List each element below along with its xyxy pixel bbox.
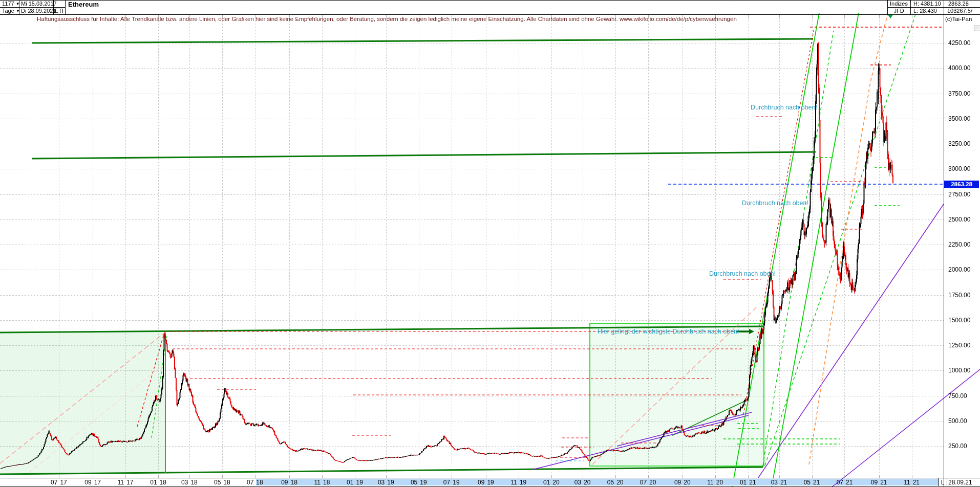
time-axis-label: 1118 bbox=[314, 479, 330, 486]
time-axis-label: 0917 bbox=[84, 479, 101, 486]
chart-annotation: Durchbruch nach oben! bbox=[751, 104, 817, 111]
time-axis-label: 0720 bbox=[640, 479, 656, 486]
low-value: L: 28.430 bbox=[913, 8, 937, 14]
time-axis-label: 0921 bbox=[871, 479, 887, 486]
time-axis-label: 0919 bbox=[478, 479, 494, 486]
provider-label: JFD bbox=[887, 8, 910, 14]
current-price-badge: 2863.28 bbox=[944, 181, 979, 188]
time-axis-label: 0119 bbox=[347, 479, 363, 486]
bars-count-dropdown[interactable]: 1177 ▼ bbox=[2, 1, 18, 7]
time-axis-label: 1121 bbox=[904, 479, 920, 486]
copyright-label: (c)Tai-Pan bbox=[945, 16, 972, 22]
chevron-down-icon: ▼ bbox=[16, 9, 20, 13]
time-axis-label: 0519 bbox=[411, 479, 427, 486]
collapse-icon[interactable]: − bbox=[974, 26, 980, 31]
time-axis-label: 1120 bbox=[707, 479, 723, 486]
chart-title: Ethereum bbox=[68, 1, 99, 8]
price-axis-label: 2250.00 bbox=[948, 241, 970, 248]
last-date-value: 28.09.21 bbox=[948, 479, 972, 486]
chevron-down-icon: ▼ bbox=[16, 2, 20, 6]
time-axis-label: 0321 bbox=[771, 479, 787, 486]
price-axis-label: 3250.00 bbox=[948, 140, 970, 147]
time-axis-label: 0717 bbox=[51, 479, 67, 486]
taipan-chart-window: { "header": { "bars_value": "1177", "tim… bbox=[0, 0, 980, 487]
chart-annotation: Durchbruch nach oben! bbox=[709, 270, 776, 277]
price-axis-label: 500.00 bbox=[948, 417, 967, 425]
price-axis-label: 1000.00 bbox=[948, 367, 970, 374]
price-axis-label: 1500.00 bbox=[948, 317, 970, 324]
high-value: H: 4381.10 bbox=[913, 1, 941, 7]
date-to-field[interactable]: Di 28.09.2021 bbox=[21, 8, 56, 14]
price-axis-label: 2000.00 bbox=[948, 266, 970, 273]
price-chart-canvas[interactable] bbox=[0, 0, 980, 487]
time-axis-label: 0318 bbox=[181, 479, 198, 486]
time-axis-label: 0121 bbox=[740, 479, 756, 486]
price-axis-label: 3500.00 bbox=[948, 115, 970, 122]
time-axis-label: 0521 bbox=[804, 479, 820, 486]
time-axis-label: 0718 bbox=[247, 479, 263, 486]
time-axis-label: 0920 bbox=[674, 479, 691, 486]
time-axis-label: 1117 bbox=[118, 479, 134, 486]
time-axis-label: 0721 bbox=[837, 479, 853, 486]
last-price-header: 2863.28 bbox=[948, 1, 969, 7]
time-axis-label: 0719 bbox=[443, 479, 460, 486]
time-axis-label: 1119 bbox=[510, 479, 526, 486]
price-axis-label: 2500.00 bbox=[948, 216, 970, 223]
time-axis-label: 0518 bbox=[214, 479, 230, 486]
price-axis-label: 2750.00 bbox=[948, 191, 970, 198]
last-date-l-label: L bbox=[939, 479, 947, 486]
time-axis-label: 0918 bbox=[281, 479, 297, 486]
time-axis-label: 0118 bbox=[150, 479, 166, 486]
time-axis-label: 0520 bbox=[607, 479, 624, 486]
price-axis-label: 3750.00 bbox=[948, 90, 970, 97]
time-axis-label: 0320 bbox=[574, 479, 591, 486]
timeframe-dropdown[interactable]: Tage ▼ bbox=[2, 8, 18, 14]
indizes-label: Indizes bbox=[887, 1, 910, 7]
price-axis-label: 4000.00 bbox=[948, 64, 970, 72]
price-axis-label: 4250.00 bbox=[948, 39, 970, 47]
date-from-field[interactable]: Mi 15.03.2017 bbox=[21, 1, 57, 7]
chart-annotation: Hier gelingt der wichtigste Durchbruch n… bbox=[598, 328, 739, 335]
time-axis-label: 0319 bbox=[378, 479, 394, 486]
price-axis-label: 1750.00 bbox=[948, 292, 970, 299]
secondary-value: 103267.5/ bbox=[947, 8, 972, 14]
disclaimer-text: Haftungsausschluss für Inhalte: Alle Tre… bbox=[37, 16, 737, 22]
symbol-code: ETH bbox=[55, 8, 66, 14]
price-axis-label: 750.00 bbox=[948, 392, 967, 400]
price-axis-label: 250.00 bbox=[948, 442, 967, 450]
price-axis-label: 1250.00 bbox=[948, 342, 970, 349]
chart-annotation: Durchbruch nach oben! bbox=[742, 200, 808, 207]
time-axis-label: 0120 bbox=[543, 479, 560, 486]
price-axis-label: 3000.00 bbox=[948, 165, 970, 172]
